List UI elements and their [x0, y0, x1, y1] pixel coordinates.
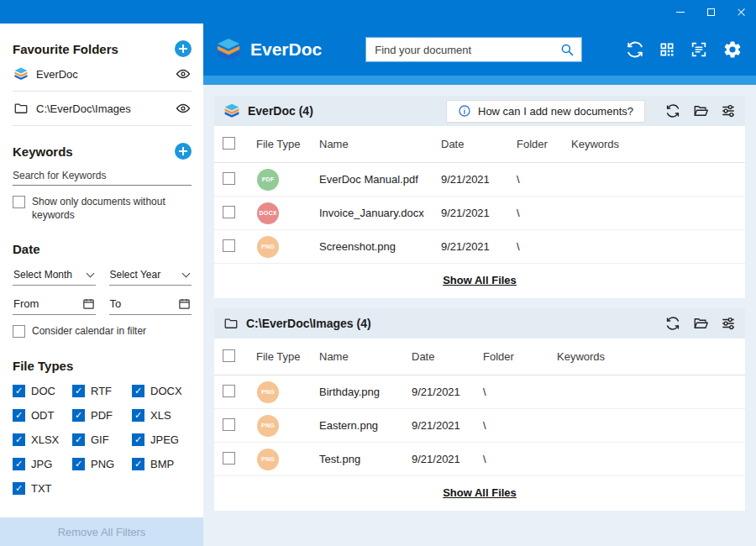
show-without-keywords-checkbox[interactable]: Show only documents without keywords — [13, 196, 192, 222]
help-button[interactable]: How can I add new documents? — [446, 100, 645, 123]
row-checkbox[interactable] — [223, 172, 235, 185]
column-header: Date — [437, 138, 512, 150]
filter-sliders-icon[interactable] — [721, 316, 736, 331]
file-types-grid: DOC RTF DOCX ODT PDF XLS XLSX GIF JPEG J… — [13, 385, 192, 495]
section-title: C:\EverDoc\Images (4) — [246, 317, 371, 330]
file-type-badge: PNG — [257, 381, 279, 403]
to-label: To — [110, 297, 122, 310]
search-icon[interactable] — [559, 42, 575, 57]
file-name[interactable]: Invoice_January.docx — [315, 207, 437, 219]
section-title: EverDoc (4) — [248, 104, 313, 118]
sync-icon[interactable] — [626, 40, 644, 59]
table-row[interactable]: PNG Birthday.png 9/21/2021 \ — [214, 375, 745, 409]
filetype-checkbox-png[interactable]: PNG — [72, 458, 132, 470]
eye-icon[interactable] — [176, 66, 191, 81]
column-header: Keywords — [567, 138, 745, 150]
file-folder: \ — [512, 173, 567, 186]
keywords-search-input[interactable] — [13, 165, 192, 186]
filetype-checkbox-jpg[interactable]: JPG — [13, 458, 72, 470]
checkbox-unchecked-icon — [13, 325, 25, 338]
select-all-checkbox[interactable] — [223, 137, 235, 150]
add-favourite-folder-button[interactable] — [175, 40, 192, 57]
checkbox-checked-icon — [13, 482, 25, 495]
sidebar: Favourite Folders EverDoc C:\EverDoc\Ima… — [0, 24, 203, 546]
favourite-folder-everdoc[interactable]: EverDoc — [13, 57, 192, 92]
filetype-checkbox-doc[interactable]: DOC — [13, 385, 72, 397]
content: EverDoc (4) How can I add new documents? — [203, 85, 756, 546]
checkbox-checked-icon — [132, 458, 144, 470]
file-date: 9/21/2021 — [407, 386, 479, 398]
refresh-icon[interactable] — [665, 316, 680, 331]
eye-icon[interactable] — [176, 101, 191, 116]
table-row[interactable]: PDF EverDoc Manual.pdf 9/21/2021 \ — [214, 163, 745, 197]
open-folder-icon[interactable] — [693, 103, 708, 118]
select-all-checkbox[interactable] — [223, 349, 235, 362]
file-date: 9/21/2021 — [407, 453, 479, 465]
filetype-checkbox-xls[interactable]: XLS — [132, 409, 192, 422]
row-checkbox[interactable] — [223, 385, 235, 397]
row-checkbox[interactable] — [223, 206, 235, 218]
everdoc-logo-icon — [13, 66, 29, 81]
filetype-checkbox-txt[interactable]: TXT — [13, 482, 72, 495]
row-checkbox[interactable] — [223, 418, 235, 431]
minimize-icon — [676, 12, 685, 13]
table-row[interactable]: PNG Test.png 9/21/2021 \ — [214, 443, 745, 476]
info-icon — [458, 104, 471, 118]
filetype-checkbox-bmp[interactable]: BMP — [132, 458, 192, 470]
file-name[interactable]: Eastern.png — [315, 419, 407, 432]
filter-sliders-icon[interactable] — [721, 103, 736, 118]
add-keyword-button[interactable] — [175, 143, 192, 160]
calendar-icon[interactable] — [178, 297, 191, 310]
filetype-checkbox-jpeg[interactable]: JPEG — [132, 433, 192, 446]
file-types-title: File Types — [13, 359, 192, 373]
column-header: Date — [407, 350, 479, 363]
date-from-field[interactable]: From — [13, 296, 96, 315]
qr-code-icon[interactable] — [659, 41, 675, 58]
table-header-row: File Type Name Date Folder Keywords — [214, 339, 745, 375]
checkbox-checked-icon — [132, 433, 144, 446]
folder-label: EverDoc — [36, 68, 168, 81]
table-row[interactable]: PNG Eastern.png 9/21/2021 \ — [214, 409, 745, 443]
refresh-icon[interactable] — [665, 103, 680, 118]
maximize-button[interactable] — [696, 0, 726, 24]
section-header: EverDoc (4) How can I add new documents? — [214, 96, 745, 126]
filetype-checkbox-xlsx[interactable]: XLSX — [13, 433, 72, 446]
file-name[interactable]: EverDoc Manual.pdf — [315, 173, 437, 186]
file-name[interactable]: Screenshot.png — [315, 240, 437, 253]
favourite-folder-images[interactable]: C:\EverDoc\Images — [13, 92, 192, 126]
row-checkbox[interactable] — [223, 452, 235, 465]
table-row[interactable]: DOCX Invoice_January.docx 9/21/2021 \ — [214, 197, 745, 230]
filetype-checkbox-odt[interactable]: ODT — [13, 409, 72, 422]
document-search — [365, 37, 582, 62]
section-images: C:\EverDoc\Images (4) File Type — [214, 308, 745, 511]
remove-all-filters-button[interactable]: Remove All Filters — [0, 517, 203, 546]
filetype-checkbox-pdf[interactable]: PDF — [72, 409, 132, 422]
filetype-checkbox-gif[interactable]: GIF — [72, 433, 132, 446]
select-month-dropdown[interactable]: Select Month — [13, 266, 96, 286]
file-type-badge: PNG — [257, 449, 279, 470]
calendar-icon[interactable] — [82, 297, 95, 310]
document-search-input[interactable] — [375, 44, 559, 56]
folder-label: C:\EverDoc\Images — [36, 102, 168, 115]
checkbox-label: Consider calendar in filter — [32, 325, 146, 339]
scan-icon[interactable] — [690, 40, 708, 59]
row-checkbox[interactable] — [223, 239, 235, 252]
close-button[interactable] — [726, 0, 756, 24]
select-year-dropdown[interactable]: Select Year — [109, 266, 192, 286]
column-header: File Type — [252, 350, 315, 363]
show-all-files-link[interactable]: Show All Files — [443, 274, 517, 286]
checkbox-checked-icon — [72, 409, 85, 422]
open-folder-icon[interactable] — [693, 316, 708, 331]
consider-calendar-checkbox[interactable]: Consider calendar in filter — [13, 325, 192, 339]
show-all-files-link[interactable]: Show All Files — [443, 486, 517, 499]
table-row[interactable]: PNG Screenshot.png 9/21/2021 \ — [214, 230, 745, 264]
file-name[interactable]: Test.png — [315, 453, 407, 465]
date-to-field[interactable]: To — [109, 296, 192, 315]
filetype-checkbox-rtf[interactable]: RTF — [72, 385, 132, 397]
filetype-checkbox-docx[interactable]: DOCX — [132, 385, 192, 397]
settings-gear-icon[interactable] — [722, 39, 743, 60]
minimize-button[interactable] — [665, 0, 696, 24]
keywords-title: Keywords — [13, 144, 73, 159]
file-name[interactable]: Birthday.png — [315, 386, 407, 398]
main-area: EverDoc — [203, 24, 756, 546]
